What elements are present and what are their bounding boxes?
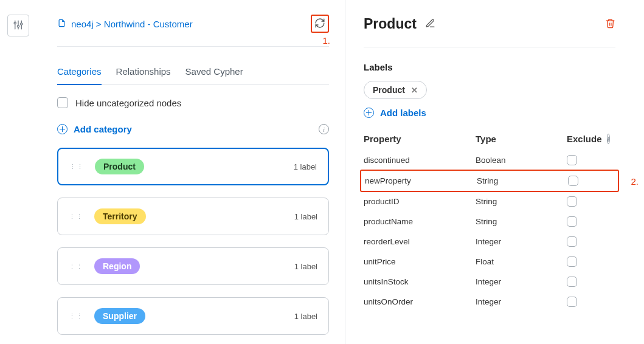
drag-handle-icon[interactable]: ⋮⋮: [69, 264, 83, 268]
property-row: unitPriceFloat: [364, 252, 615, 272]
property-name: unitsOnOrder: [364, 297, 476, 306]
category-list: ⋮⋮Product1 label⋮⋮Territory1 label⋮⋮Regi…: [57, 148, 329, 335]
add-labels-text: Add labels: [380, 108, 426, 118]
exclude-checkbox[interactable]: [567, 216, 577, 227]
property-table-header: Property Type Exclude i: [364, 134, 615, 144]
category-meta: 1 label: [294, 212, 317, 221]
add-labels-button[interactable]: Add labels: [364, 108, 615, 118]
category-meta: 1 label: [294, 162, 317, 171]
add-category-label: Add category: [74, 124, 132, 134]
property-type: Integer: [476, 277, 567, 286]
label-chip-text: Product: [373, 85, 405, 95]
property-name: productName: [364, 217, 476, 226]
refresh-icon: [314, 18, 325, 30]
col-exclude-label: Exclude: [567, 134, 602, 144]
property-type: Float: [476, 257, 567, 266]
property-name: newProperty: [365, 176, 477, 185]
add-category-row: Add category i: [57, 124, 329, 134]
category-pill: Supplier: [94, 308, 145, 324]
tab-relationships[interactable]: Relationships: [116, 60, 171, 84]
property-name: reorderLevel: [364, 237, 476, 246]
exclude-checkbox[interactable]: [567, 297, 577, 307]
highlighted-property-row: newPropertyString2.: [360, 170, 619, 192]
detail-panel: Product Labels Product ✕ Add labels Prop…: [353, 0, 632, 344]
tab-categories[interactable]: Categories: [57, 60, 102, 85]
property-row: productIDString: [364, 191, 615, 212]
category-pill: Region: [94, 258, 140, 274]
detail-title: Product: [364, 16, 417, 32]
info-icon[interactable]: i: [319, 124, 329, 134]
delete-button[interactable]: [605, 18, 615, 31]
category-card[interactable]: ⋮⋮Supplier1 label: [57, 297, 329, 335]
svg-point-3: [17, 25, 19, 27]
exclude-checkbox[interactable]: [567, 277, 577, 287]
label-chip: Product ✕: [364, 81, 427, 99]
add-category-button[interactable]: Add category: [57, 124, 132, 134]
refresh-button[interactable]: [311, 15, 329, 33]
property-type: String: [477, 176, 568, 185]
exclude-checkbox[interactable]: [568, 176, 578, 186]
plus-circle-icon: [57, 124, 68, 134]
category-card[interactable]: ⋮⋮Region1 label: [57, 247, 329, 285]
col-exclude: Exclude i: [567, 134, 607, 144]
category-meta: 1 label: [294, 262, 317, 271]
sidebar-toggle-button[interactable]: [7, 15, 29, 36]
exclude-checkbox[interactable]: [567, 196, 577, 207]
remove-label-button[interactable]: ✕: [411, 86, 418, 95]
detail-header: Product: [364, 16, 615, 47]
annotation-1: 1.: [322, 35, 330, 46]
property-type: Boolean: [476, 156, 567, 165]
category-pill: Territory: [94, 208, 146, 224]
category-card[interactable]: ⋮⋮Product1 label: [57, 148, 329, 185]
property-row: unitsOnOrderInteger: [364, 292, 615, 312]
category-card[interactable]: ⋮⋮Territory1 label: [57, 198, 329, 235]
property-type: String: [476, 197, 567, 206]
property-type: Integer: [476, 297, 567, 306]
svg-point-5: [21, 22, 23, 24]
edit-title-button[interactable]: [425, 18, 435, 30]
property-list: discontinuedBooleannewPropertyString2.pr…: [364, 150, 615, 312]
drag-handle-icon[interactable]: ⋮⋮: [69, 215, 83, 218]
plus-circle-icon: [364, 108, 374, 118]
property-name: productID: [364, 197, 476, 206]
tabs: Categories Relationships Saved Cypher: [57, 60, 329, 85]
breadcrumb-text: neo4j > Northwind - Customer: [71, 19, 193, 29]
sliders-icon: [13, 19, 24, 32]
property-name: discontinued: [364, 156, 476, 165]
property-row: reorderLevelInteger: [364, 232, 615, 252]
exclude-checkbox[interactable]: [567, 155, 577, 165]
property-name: unitPrice: [364, 257, 476, 266]
property-row: newPropertyString: [365, 171, 614, 191]
svg-point-1: [14, 22, 16, 24]
property-row: unitsInStockInteger: [364, 272, 615, 292]
exclude-checkbox[interactable]: [567, 236, 577, 247]
property-row: productNameString: [364, 212, 615, 232]
annotation-2: 2.: [631, 176, 639, 186]
property-type: String: [476, 217, 567, 226]
hide-uncategorized-label: Hide uncategorized nodes: [75, 98, 181, 108]
drag-handle-icon[interactable]: ⋮⋮: [69, 165, 84, 168]
tab-saved-cypher[interactable]: Saved Cypher: [185, 60, 243, 84]
file-icon: [57, 18, 66, 30]
perspective-panel: neo4j > Northwind - Customer 1. Categori…: [41, 0, 345, 344]
col-property: Property: [364, 134, 476, 144]
breadcrumb[interactable]: neo4j > Northwind - Customer: [57, 18, 193, 30]
hide-uncategorized-row: Hide uncategorized nodes: [57, 97, 329, 108]
hide-uncategorized-checkbox[interactable]: [57, 97, 68, 108]
property-row: discontinuedBoolean: [364, 150, 615, 170]
category-meta: 1 label: [294, 312, 317, 321]
drag-handle-icon[interactable]: ⋮⋮: [69, 314, 83, 318]
exclude-info-icon[interactable]: i: [607, 134, 610, 144]
property-name: unitsInStock: [364, 277, 476, 286]
property-type: Integer: [476, 237, 567, 246]
col-type: Type: [476, 134, 567, 144]
labels-heading: Labels: [364, 62, 615, 72]
panel-header: neo4j > Northwind - Customer 1.: [57, 15, 329, 47]
exclude-checkbox[interactable]: [567, 256, 577, 267]
category-pill: Product: [95, 159, 144, 174]
